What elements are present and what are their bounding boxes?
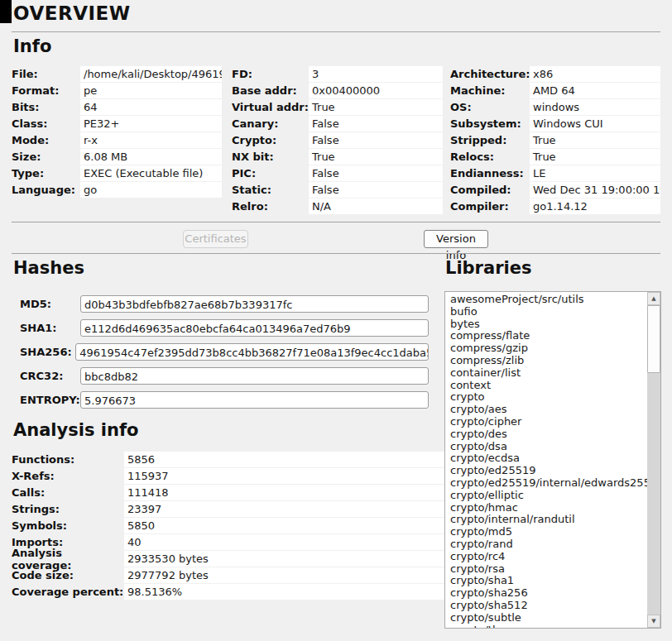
- libraries-scrollbar[interactable]: ▲ ▼: [647, 292, 660, 628]
- version-info-button[interactable]: Version info: [424, 230, 488, 248]
- info-label: Relro:: [232, 200, 309, 213]
- hash-value-input[interactable]: d0b43b3bdfebfb827ae68b7b339317fc: [80, 295, 429, 313]
- library-list-item[interactable]: crypto/ecdsa: [450, 452, 647, 465]
- library-list-item[interactable]: context: [450, 380, 647, 392]
- library-list-item[interactable]: crypto/des: [450, 428, 647, 441]
- library-list-item[interactable]: crypto/sha1: [450, 575, 647, 587]
- analysis-section-heading: Analysis info: [13, 420, 138, 440]
- info-value-field[interactable]: LE: [530, 165, 660, 181]
- analysis-value-field[interactable]: 111418: [124, 485, 444, 500]
- divider: [12, 253, 660, 254]
- library-list-item[interactable]: crypto/hmac: [450, 502, 647, 514]
- info-row: Crypto: False: [232, 132, 443, 148]
- library-list-item[interactable]: crypto/elliptic: [450, 490, 647, 502]
- library-list-item[interactable]: crypto/cipher: [450, 416, 647, 428]
- scroll-down-icon: ▼: [651, 618, 655, 624]
- library-list-item[interactable]: crypto/ed25519/internal/edwards25519: [450, 477, 647, 490]
- library-list-item[interactable]: crypto/rsa: [450, 563, 647, 576]
- info-label: Endianness:: [450, 167, 530, 179]
- info-value-field[interactable]: Windows CUI: [530, 116, 660, 132]
- certificates-button[interactable]: Certificates: [183, 230, 248, 248]
- info-value-field[interactable]: /home/kali/Desktop/4961954: [80, 66, 222, 82]
- library-list-item[interactable]: container/list: [450, 367, 647, 380]
- info-value-field[interactable]: N/A: [309, 199, 443, 214]
- library-list-item[interactable]: crypto/internal/randutil: [450, 514, 647, 526]
- info-value-field[interactable]: PE32+: [80, 116, 222, 132]
- info-value-field[interactable]: EXEC (Executable file): [80, 165, 222, 181]
- analysis-label: Calls:: [12, 486, 124, 499]
- library-list-item[interactable]: bytes: [450, 318, 647, 331]
- library-list-item[interactable]: crypto/subtle: [450, 612, 647, 624]
- info-row: Type: EXEC (Executable file): [12, 165, 222, 181]
- hash-value-input[interactable]: 5.976673: [80, 391, 429, 409]
- info-value-field[interactable]: pe: [80, 83, 222, 98]
- library-list-item[interactable]: crypto/aes: [450, 404, 647, 416]
- library-list-item[interactable]: crypto/rc4: [450, 551, 647, 563]
- info-value-field[interactable]: r-x: [80, 132, 222, 148]
- hash-value-input[interactable]: bbc8db82: [80, 367, 429, 385]
- info-value-field[interactable]: True: [530, 132, 660, 148]
- info-value-field[interactable]: AMD 64: [530, 83, 660, 98]
- info-value-field[interactable]: go: [80, 182, 222, 198]
- scroll-up-button[interactable]: ▲: [647, 292, 660, 305]
- library-list-item[interactable]: awesomeProject/src/utils: [450, 294, 647, 306]
- analysis-row: X-Refs: 115937: [12, 468, 444, 484]
- library-list-item[interactable]: crypto/sha256: [450, 587, 647, 600]
- info-label: Format:: [12, 84, 80, 97]
- info-label: Class:: [12, 117, 80, 130]
- hash-value-input[interactable]: 4961954c47ef2395dd73b8cc4bb36827f71e08a1…: [75, 343, 429, 361]
- info-value-field[interactable]: Wed Dec 31 19:00:00 1969: [530, 182, 660, 198]
- info-value-field[interactable]: 0x00400000: [309, 83, 443, 98]
- info-value-field[interactable]: False: [309, 182, 443, 198]
- info-value-field[interactable]: go1.14.12: [530, 199, 660, 214]
- info-value-field[interactable]: False: [309, 116, 443, 132]
- info-label: Machine:: [450, 84, 530, 97]
- analysis-value-field[interactable]: 98.5136%: [124, 584, 444, 600]
- info-value-field[interactable]: True: [309, 149, 443, 165]
- hash-value-input[interactable]: e112d6d469635ac80ebcfa64ca013496a7ed76b9: [80, 319, 429, 337]
- analysis-value-field[interactable]: 40: [124, 534, 444, 550]
- analysis-row: Strings: 23397: [12, 501, 444, 517]
- analysis-value-field[interactable]: 5850: [124, 518, 444, 533]
- analysis-label: X-Refs:: [12, 470, 124, 482]
- library-list-item[interactable]: compress/gzip: [450, 342, 647, 355]
- info-value-field[interactable]: windows: [530, 99, 660, 115]
- info-value-field[interactable]: 3: [309, 66, 443, 82]
- analysis-value-field[interactable]: 115937: [124, 468, 444, 484]
- info-row: Compiler: go1.14.12: [450, 199, 660, 214]
- info-row: OS: windows: [450, 99, 660, 115]
- libraries-listbox: awesomeProject/src/utils bufio bytes com…: [444, 291, 661, 629]
- info-value-field[interactable]: 6.08 MB: [80, 149, 222, 165]
- info-value-field[interactable]: x86: [530, 66, 660, 82]
- analysis-value-field[interactable]: 2977792 bytes: [124, 567, 444, 583]
- library-list-item[interactable]: compress/zlib: [450, 355, 647, 367]
- library-list-item[interactable]: crypto: [450, 391, 647, 404]
- library-list-item[interactable]: crypto/sha512: [450, 600, 647, 612]
- analysis-row: Calls: 111418: [12, 485, 444, 500]
- analysis-value-field[interactable]: 23397: [124, 501, 444, 517]
- info-value-field[interactable]: False: [309, 165, 443, 181]
- info-row: NX bit: True: [232, 149, 443, 165]
- analysis-value-field[interactable]: 5856: [124, 452, 444, 467]
- library-list-item[interactable]: crypto/tls: [450, 624, 647, 629]
- scrollbar-thumb[interactable]: [647, 305, 660, 373]
- info-label: PIC:: [232, 167, 309, 179]
- library-list-item[interactable]: bufio: [450, 306, 647, 318]
- info-label: Mode:: [12, 134, 80, 146]
- library-list-item[interactable]: crypto/md5: [450, 526, 647, 538]
- info-value-field[interactable]: 64: [80, 99, 222, 115]
- library-list-item[interactable]: crypto/rand: [450, 538, 647, 551]
- info-value-field[interactable]: False: [309, 132, 443, 148]
- scroll-down-button[interactable]: ▼: [647, 615, 660, 628]
- library-list-item[interactable]: crypto/dsa: [450, 441, 647, 453]
- info-value-field[interactable]: True: [309, 99, 443, 115]
- library-list-item[interactable]: compress/flate: [450, 330, 647, 342]
- info-label: Size:: [12, 151, 80, 163]
- analysis-value-field[interactable]: 2933530 bytes: [124, 551, 444, 567]
- library-list-item[interactable]: crypto/ed25519: [450, 465, 647, 477]
- analysis-label: Coverage percent:: [12, 586, 124, 598]
- info-value-field[interactable]: True: [530, 149, 660, 165]
- hash-row: CRC32: bbc8db82: [12, 366, 429, 385]
- hash-label: CRC32:: [12, 370, 80, 382]
- info-row: FD: 3: [232, 66, 443, 82]
